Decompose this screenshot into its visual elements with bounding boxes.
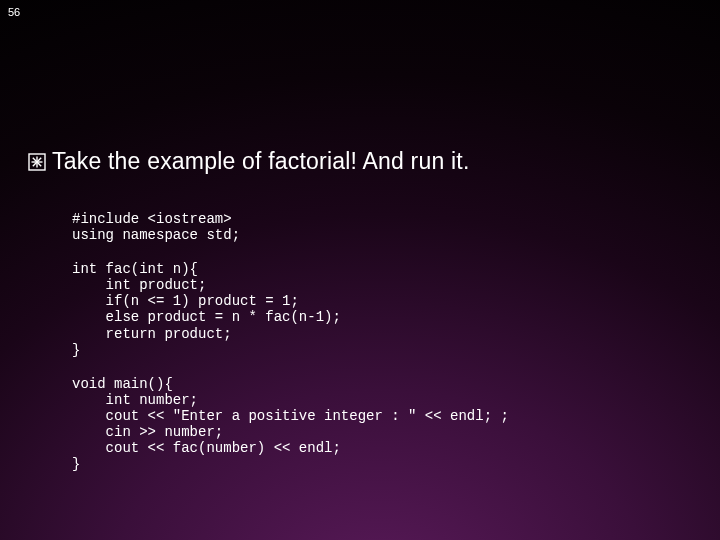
slide-content: Take the example of factorial! And run i… bbox=[0, 0, 720, 472]
bullet-row: Take the example of factorial! And run i… bbox=[28, 148, 720, 175]
slide-number: 56 bbox=[8, 6, 20, 18]
slide-heading: Take the example of factorial! And run i… bbox=[52, 148, 470, 175]
code-fac-function: int fac(int n){ int product; if(n <= 1) … bbox=[72, 261, 720, 358]
code-includes: #include <iostream> using namespace std; bbox=[72, 211, 720, 243]
code-main-function: void main(){ int number; cout << "Enter … bbox=[72, 376, 720, 473]
boxed-asterisk-icon bbox=[28, 153, 46, 171]
